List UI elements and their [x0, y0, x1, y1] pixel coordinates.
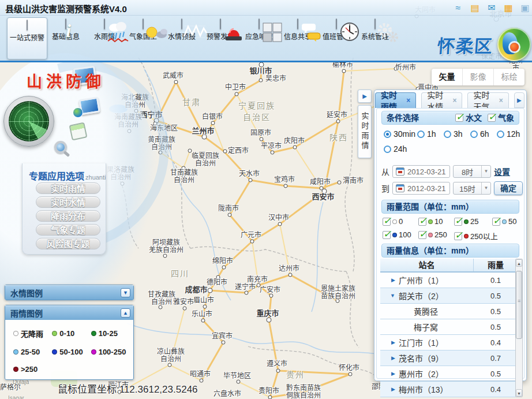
toolbar-button-7[interactable]: 应急响应: [239, 19, 279, 41]
city-marker[interactable]: [293, 146, 297, 150]
city-marker[interactable]: [268, 396, 272, 399]
city-marker[interactable]: [267, 318, 272, 323]
calendar-icon[interactable]: [396, 184, 404, 192]
to-date-field[interactable]: 2012-03-21: [392, 182, 450, 195]
city-marker[interactable]: [208, 288, 213, 293]
city-marker[interactable]: [336, 120, 340, 124]
range-25[interactable]: 25: [454, 217, 478, 226]
range-10[interactable]: 10: [418, 217, 443, 226]
radio-12h[interactable]: 12h: [497, 129, 520, 139]
sidebar-item-5[interactable]: 风险图专题: [36, 238, 100, 249]
check-气象[interactable]: 气象: [488, 111, 514, 124]
toolbar-button-2[interactable]: i基础信息: [46, 19, 86, 41]
map-mode-影像[interactable]: 影像: [462, 69, 493, 85]
collapsed-icon[interactable]: ▶: [380, 277, 395, 283]
table-row[interactable]: 梅子窝0.5: [380, 319, 518, 335]
range-250以上[interactable]: 250以上: [454, 230, 498, 241]
table-row[interactable]: ▶江门市（1）0.4: [380, 335, 518, 350]
toolbar-button-4[interactable]: 气象国土: [123, 19, 163, 41]
radio-icon[interactable]: [444, 130, 451, 138]
collapsed-icon[interactable]: ▶: [380, 340, 395, 345]
from-hour-select[interactable]: 8时 ▼: [453, 165, 491, 178]
city-marker[interactable]: [349, 372, 353, 376]
checkbox-checked-icon[interactable]: [455, 114, 463, 122]
radio-6h[interactable]: 6h: [470, 129, 489, 139]
tab-scroll-right-icon[interactable]: ▶: [514, 92, 524, 108]
checkbox-checked-icon[interactable]: [488, 114, 496, 122]
settings-link[interactable]: 设置: [494, 166, 510, 177]
toolbar-button-1[interactable]: 一站式预警: [7, 17, 47, 59]
radio-icon[interactable]: [417, 130, 425, 138]
city-marker[interactable]: [278, 222, 282, 226]
sidebar-item-4[interactable]: 气象专题: [36, 224, 100, 236]
sidebar-item-2[interactable]: 实时水情: [36, 196, 100, 208]
city-marker[interactable]: [163, 254, 167, 258]
expanded-icon[interactable]: ▼: [380, 293, 395, 299]
checkbox-checked-icon[interactable]: [383, 218, 391, 226]
radio-icon[interactable]: [384, 146, 391, 153]
tab-实时天气[interactable]: 实时天气×: [467, 92, 508, 108]
scroll-down-icon[interactable]: ▼: [516, 389, 522, 397]
radio-icon[interactable]: [384, 130, 391, 138]
calendar-icon[interactable]: [396, 167, 404, 176]
city-marker[interactable]: [228, 213, 232, 217]
city-marker[interactable]: [259, 79, 263, 83]
chevron-down-icon[interactable]: ▼: [481, 182, 490, 194]
tab-实时水情[interactable]: 实时水情×: [421, 92, 462, 108]
collapse-down-icon[interactable]: ▼: [121, 288, 130, 297]
mail-icon[interactable]: ✉: [486, 2, 497, 14]
city-marker[interactable]: [271, 151, 275, 155]
city-marker[interactable]: [260, 137, 264, 141]
city-marker[interactable]: [250, 240, 254, 244]
to-hour-select[interactable]: 15时 ▼: [453, 182, 491, 195]
table-row[interactable]: ▶茂名市（9）0.7: [380, 350, 518, 366]
map-mode-标绘[interactable]: 标绘: [493, 69, 524, 85]
city-marker[interactable]: [249, 178, 253, 182]
toolbar-button-5[interactable]: 水情预报: [162, 19, 202, 41]
city-marker[interactable]: [276, 369, 280, 373]
chevron-down-icon[interactable]: ▼: [481, 166, 490, 177]
city-marker[interactable]: [201, 319, 205, 323]
city-marker[interactable]: [284, 184, 288, 188]
radio-30min[interactable]: 30min: [384, 129, 415, 139]
table-row[interactable]: ▼韶关市（2）0.5: [380, 288, 518, 304]
city-marker[interactable]: [289, 273, 293, 277]
checkbox-checked-icon[interactable]: [454, 218, 462, 226]
city-marker[interactable]: [222, 341, 226, 345]
radio-3h[interactable]: 3h: [444, 129, 463, 139]
city-marker[interactable]: [200, 379, 204, 383]
toolbar-button-6[interactable]: 预警发布: [200, 19, 241, 41]
vertical-tab[interactable]: 实时雨情: [358, 105, 372, 158]
collapse-up-icon[interactable]: ▲: [121, 308, 130, 318]
toolbar-button-10[interactable]: 系统管理: [355, 19, 395, 41]
city-marker[interactable]: [203, 305, 207, 309]
checkbox-checked-icon[interactable]: [383, 231, 391, 239]
range-50[interactable]: 50: [492, 217, 516, 226]
city-marker[interactable]: [235, 92, 239, 96]
snapshot-icon[interactable]: ▣: [519, 2, 531, 14]
collapsed-icon[interactable]: ▶: [380, 371, 395, 376]
map-mode-矢量[interactable]: 矢量: [432, 69, 462, 85]
tab-实时雨情[interactable]: 实时雨情×: [375, 92, 416, 108]
rain-legend-header[interactable]: 雨情图例 ▲: [5, 305, 133, 320]
range-250[interactable]: 250: [418, 230, 447, 239]
city-marker[interactable]: [183, 307, 187, 311]
table-row[interactable]: ▶梅州市（13）0.4: [380, 382, 518, 397]
device-icon[interactable]: ▤: [469, 2, 481, 14]
confirm-button[interactable]: 确定: [494, 181, 523, 195]
city-marker[interactable]: [211, 121, 215, 125]
table-row[interactable]: ▶惠州市（2）0.5: [380, 366, 518, 382]
radio-1h[interactable]: 1h: [417, 129, 436, 139]
checkbox-checked-icon[interactable]: [418, 218, 426, 226]
radio-icon[interactable]: [497, 130, 504, 138]
sidebar-item-3[interactable]: 降雨分布: [36, 210, 100, 222]
table-row[interactable]: 黄腾径0.5: [380, 304, 518, 319]
sidebar-item-1[interactable]: 实时雨情: [36, 182, 100, 194]
check-水文[interactable]: 水文: [455, 111, 482, 124]
folder-key-icon[interactable]: ▦: [503, 2, 514, 14]
city-marker[interactable]: [223, 150, 227, 154]
city-marker[interactable]: [168, 363, 172, 367]
expand-right-icon[interactable]: ▶: [358, 90, 372, 103]
checkbox-checked-icon[interactable]: [418, 231, 426, 239]
radio-24h[interactable]: 24h: [384, 144, 407, 154]
